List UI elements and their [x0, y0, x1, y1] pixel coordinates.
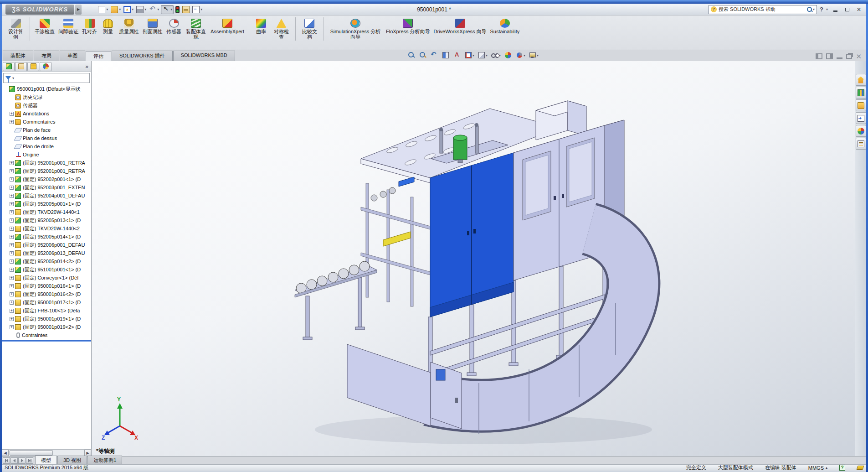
SimulationXpress 分析向导[interactable]: SimulationXpress 分析向导 — [327, 17, 384, 41]
tree-item[interactable]: + Plan de droite — [2, 142, 91, 150]
质量属性[interactable]: 质量属性 — [117, 17, 141, 35]
configurationmanager-tab[interactable] — [27, 62, 39, 71]
tree-item[interactable]: + Annotations — [2, 109, 91, 118]
对称检查[interactable]: 对称检查 — [270, 17, 296, 41]
tree-item[interactable]: + 历史记录 — [2, 93, 91, 101]
孔对齐[interactable]: 孔对齐 — [80, 17, 99, 35]
machine-assembly[interactable]: Y X Z — [92, 61, 855, 456]
filter-dropdown-arrow[interactable]: ▾ — [12, 76, 14, 80]
search-icon[interactable] — [806, 6, 813, 13]
tree-item[interactable]: + (固定) 950001p016<2> (D — [2, 290, 91, 298]
评估[interactable]: 评估 — [86, 51, 111, 62]
expand-toggle[interactable]: + — [10, 169, 14, 173]
FloXpress 分析向导[interactable]: FloXpress 分析向导 — [384, 17, 432, 35]
help-button[interactable]: ? — [820, 6, 823, 13]
tree-root-item[interactable]: + 950001p001 (Défaut<显示状 — [2, 85, 91, 93]
expand-toggle[interactable]: + — [10, 268, 14, 272]
tree-item[interactable]: + (固定) 950001p017<1> (D — [2, 298, 91, 306]
expand-toggle[interactable]: + — [10, 112, 14, 116]
expand-toggle[interactable]: + — [10, 251, 14, 255]
tree-item[interactable]: + (固定) 952001p001_RETRA — [2, 159, 91, 167]
undo-button[interactable]: ▾ — [148, 5, 160, 14]
new-document-button[interactable]: ▾ — [97, 5, 109, 14]
SOLIDWORKS MBD[interactable]: SOLIDWORKS MBD — [173, 51, 235, 61]
document-close-icon[interactable]: ✕ — [856, 54, 862, 59]
publish-button[interactable]: ▾ — [123, 5, 134, 14]
scrollbar-thumb[interactable] — [10, 450, 53, 456]
expand-toggle[interactable]: + — [10, 210, 14, 214]
expand-toggle[interactable]: + — [10, 309, 14, 313]
search-input[interactable] — [719, 7, 806, 12]
tree-item[interactable]: + Plan de dessus — [2, 134, 91, 142]
document-minimize-icon[interactable] — [837, 57, 842, 59]
minimize-button[interactable] — [831, 6, 840, 13]
tree-item[interactable]: + Contraintes — [2, 331, 91, 339]
close-button[interactable]: ✕ — [854, 6, 863, 13]
expand-toggle[interactable]: + — [10, 292, 14, 296]
expand-toggle[interactable]: + — [10, 186, 14, 190]
panel-tabs-overflow[interactable]: » — [85, 63, 90, 70]
tree-item[interactable]: + 传感器 — [2, 101, 91, 109]
tree-item[interactable]: + Origine — [2, 150, 91, 159]
help-dropdown-arrow[interactable]: ▾ — [826, 7, 828, 11]
曲率[interactable]: 曲率 — [252, 17, 270, 35]
scroll-right-arrow[interactable]: ▶ — [84, 450, 91, 456]
tree-item[interactable]: + (固定) 950001p016<1> (D — [2, 282, 91, 290]
maximize-button[interactable] — [842, 6, 852, 13]
间隙验证[interactable]: 间隙验证 — [56, 17, 80, 35]
featuremanager-tab[interactable] — [3, 62, 15, 71]
传感器[interactable]: 传感器 — [164, 17, 183, 35]
units-selector[interactable]: MMGS▴ — [808, 465, 827, 471]
expand-toggle[interactable]: + — [10, 284, 14, 288]
expand-toggle[interactable]: + — [10, 325, 14, 329]
first-tab-button[interactable] — [3, 457, 10, 464]
tree-item[interactable]: + (固定) 952006p013_DEFAU — [2, 249, 91, 257]
next-tab-button[interactable] — [18, 457, 26, 464]
print-button[interactable]: ▾ — [135, 5, 147, 14]
tree-item[interactable]: + (固定) 952005p013<1> (D — [2, 216, 91, 224]
expand-toggle[interactable]: + — [10, 194, 14, 198]
file-properties-button[interactable]: ▾ — [181, 5, 190, 14]
previous-tab-button[interactable] — [10, 457, 18, 464]
left-pane-icon[interactable] — [816, 53, 822, 59]
last-tab-button[interactable] — [26, 457, 33, 464]
expand-toggle[interactable]: + — [10, 276, 14, 280]
布局[interactable]: 布局 — [34, 51, 59, 61]
模型[interactable]: 模型 — [35, 456, 57, 464]
Sustainability[interactable]: Sustainability — [488, 17, 522, 35]
select-tool-button[interactable]: ▾ — [161, 5, 174, 14]
document-restore-icon[interactable] — [846, 54, 852, 59]
AssemblyXpert[interactable]: AssemblyXpert — [209, 17, 249, 35]
SOLIDWORKS 插件[interactable]: SOLIDWORKS 插件 — [112, 51, 173, 61]
expand-toggle[interactable]: + — [10, 243, 14, 247]
options-button[interactable]: ▾ — [191, 5, 203, 14]
tree-filter[interactable]: ▾ — [3, 73, 90, 83]
right-pane-icon[interactable] — [826, 53, 833, 59]
设计算例[interactable]: 设计算例 — [5, 17, 30, 41]
运动算例1[interactable]: 运动算例1 — [87, 456, 122, 464]
expand-toggle[interactable]: + — [10, 161, 14, 165]
tags-icon[interactable] — [857, 466, 864, 470]
3D 视图[interactable]: 3D 视图 — [57, 456, 87, 464]
scroll-left-arrow[interactable]: ◀ — [2, 450, 9, 456]
装配体直观[interactable]: 装配体直观 — [183, 17, 209, 41]
比较文档[interactable]: 比较文档 — [298, 17, 324, 41]
search-dropdown-arrow[interactable]: ▾ — [813, 7, 815, 11]
tree-item[interactable]: + (固定) TKVD20W-1440<2 — [2, 224, 91, 233]
tree-item[interactable]: + (固定) 952005p001<1> (D — [2, 200, 91, 208]
menu-expand-arrow[interactable]: ▶ — [75, 5, 82, 15]
装配体[interactable]: 装配体 — [3, 51, 33, 61]
tree-item[interactable]: + (固定) 951001p001<1> (D — [2, 265, 91, 274]
expand-toggle[interactable]: + — [10, 317, 14, 321]
tree-item[interactable]: + (固定) 950001p019<2> (D — [2, 323, 91, 331]
tree-item[interactable]: + (固定) 952006p001_DEFAU — [2, 241, 91, 249]
tree-item[interactable]: + Plan de face — [2, 126, 91, 134]
tree-item[interactable]: + (固定) 952004p001_DEFAU — [2, 192, 91, 200]
DriveWorksXpress 向导[interactable]: DriveWorksXpress 向导 — [432, 17, 488, 35]
quick-tips-icon[interactable]: ? — [839, 465, 845, 471]
tree-item[interactable]: + (固定) TKVD20W-1440<1 — [2, 208, 91, 216]
tree-item[interactable]: + (固定) FRB-100<1> (Défa — [2, 306, 91, 315]
expand-toggle[interactable]: + — [10, 259, 14, 264]
剖面属性[interactable]: 剖面属性 — [141, 17, 164, 35]
tree-item[interactable]: + (固定) Conveyor<1> (Déf — [2, 274, 91, 282]
